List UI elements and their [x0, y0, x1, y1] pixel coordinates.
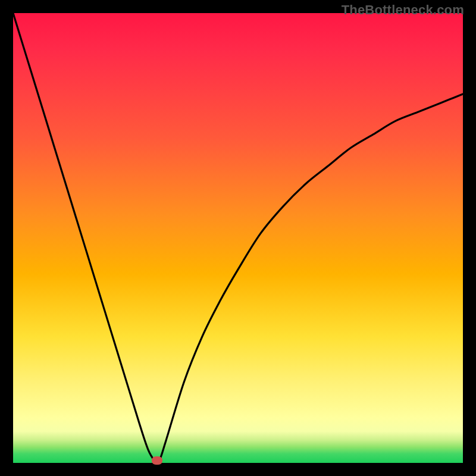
chart-frame: TheBottleneck.com	[0, 0, 476, 476]
minimum-marker	[152, 456, 162, 465]
watermark-text: TheBottleneck.com	[342, 2, 464, 18]
bottleneck-curve	[13, 13, 463, 463]
